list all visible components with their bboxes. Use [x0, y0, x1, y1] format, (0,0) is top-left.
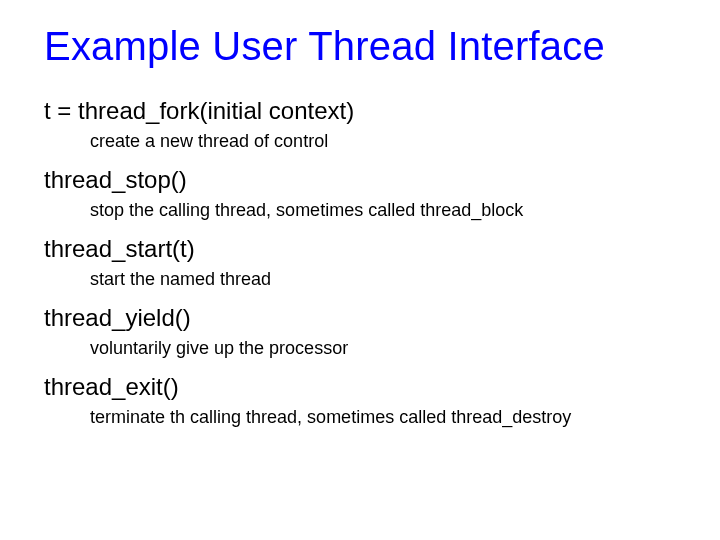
function-description: start the named thread: [90, 269, 680, 290]
function-signature: thread_exit(): [44, 373, 680, 401]
function-description: stop the calling thread, sometimes calle…: [90, 200, 680, 221]
function-description: voluntarily give up the processor: [90, 338, 680, 359]
list-item: t = thread_fork(initial context) create …: [44, 97, 680, 152]
function-description: terminate th calling thread, sometimes c…: [90, 407, 680, 428]
function-description: create a new thread of control: [90, 131, 680, 152]
list-item: thread_stop() stop the calling thread, s…: [44, 166, 680, 221]
function-signature: t = thread_fork(initial context): [44, 97, 680, 125]
slide: Example User Thread Interface t = thread…: [0, 0, 720, 540]
function-signature: thread_start(t): [44, 235, 680, 263]
function-signature: thread_stop(): [44, 166, 680, 194]
function-signature: thread_yield(): [44, 304, 680, 332]
list-item: thread_exit() terminate th calling threa…: [44, 373, 680, 428]
list-item: thread_yield() voluntarily give up the p…: [44, 304, 680, 359]
list-item: thread_start(t) start the named thread: [44, 235, 680, 290]
page-title: Example User Thread Interface: [44, 24, 680, 69]
